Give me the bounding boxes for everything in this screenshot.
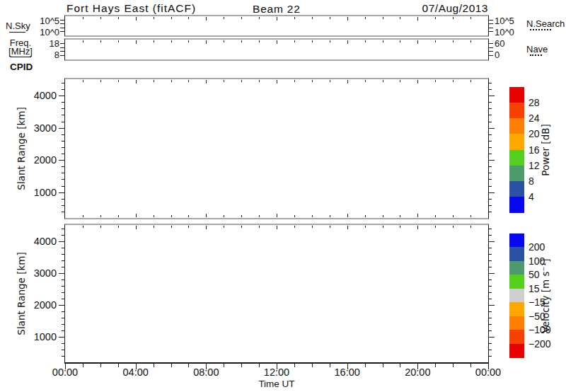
nsky-solid-line-key-icon	[9, 32, 25, 33]
x-minor-tick	[417, 17, 418, 21]
x-minor-tick	[188, 40, 189, 42]
strip-tick	[489, 31, 493, 32]
x-minor-tick	[470, 80, 471, 82]
y-tick	[62, 318, 64, 318]
y-tick	[62, 205, 64, 206]
colorbar-tick-label: 24	[529, 113, 561, 123]
x-minor-tick	[417, 40, 418, 44]
y-tick	[62, 254, 64, 255]
colorbar-tick-label: 20	[529, 129, 561, 139]
y-tick	[489, 267, 492, 267]
y-tick	[59, 305, 64, 306]
x-minor-tick	[435, 226, 436, 228]
x-minor-tick	[312, 17, 313, 19]
x-minor-tick	[365, 40, 366, 42]
y-tick	[62, 89, 64, 90]
x-minor-tick	[470, 226, 471, 228]
y-tick	[489, 350, 492, 350]
freq-right-bottom-tick-label: 0	[495, 50, 499, 59]
x-tick-label: 00:00	[44, 367, 86, 377]
x-minor-tick	[206, 80, 207, 83]
x-minor-tick	[206, 17, 207, 21]
velocity-panel-ylabel: Slant Range [km]	[16, 252, 27, 335]
y-tick	[62, 279, 64, 280]
y-tick-label: 2000	[24, 155, 57, 165]
x-minor-tick	[241, 226, 242, 228]
strip-tick	[489, 20, 493, 21]
plot-title-station: Fort Hays East (fitACF)	[67, 2, 196, 15]
y-tick-label: 3000	[24, 123, 57, 133]
x-minor-tick	[171, 40, 172, 42]
nsearch-label: N.Search	[526, 19, 565, 28]
x-minor-tick	[383, 80, 383, 82]
x-minor-tick	[453, 17, 454, 19]
x-minor-tick	[277, 40, 277, 44]
colorbar-segment	[509, 275, 524, 289]
y-tick	[489, 186, 492, 187]
noise-left-bottom-tick-label: 10^0	[28, 28, 59, 37]
x-minor-tick	[83, 215, 83, 217]
x-axis-tick	[383, 364, 383, 367]
nsky-label: N.Sky	[6, 21, 30, 30]
x-minor-tick	[83, 40, 83, 42]
y-tick	[489, 279, 492, 280]
y-tick	[62, 292, 64, 293]
x-minor-tick	[470, 17, 471, 19]
colorbar-segment	[509, 134, 524, 150]
x-minor-tick	[470, 40, 471, 42]
colorbar-tick-label: 100	[529, 256, 561, 266]
y-tick	[62, 102, 64, 103]
y-tick	[489, 235, 492, 236]
x-minor-tick	[100, 226, 101, 228]
y-tick	[489, 311, 492, 312]
colorbar-tick-label: −200	[529, 339, 561, 349]
x-minor-tick	[171, 17, 172, 19]
y-tick	[489, 108, 492, 109]
colorbar-segment	[509, 344, 524, 358]
x-minor-tick	[417, 80, 418, 83]
nsearch-dotted-line-key-icon	[530, 29, 551, 30]
x-minor-tick	[259, 40, 260, 42]
y-tick	[62, 147, 64, 148]
x-minor-tick	[83, 226, 83, 228]
x-minor-tick	[347, 17, 348, 21]
y-tick	[489, 179, 492, 180]
x-minor-tick	[154, 40, 154, 42]
x-minor-tick	[453, 226, 454, 228]
y-tick	[59, 241, 64, 242]
y-tick	[62, 115, 64, 115]
x-axis-tick	[241, 364, 242, 367]
x-minor-tick	[241, 40, 242, 42]
y-tick	[489, 273, 495, 274]
x-tick-label: 12:00	[255, 367, 298, 377]
y-tick	[489, 248, 492, 248]
y-tick	[62, 260, 64, 261]
y-tick-label: 1000	[24, 188, 57, 197]
x-minor-tick	[241, 17, 242, 19]
x-minor-tick	[330, 17, 330, 19]
x-minor-tick	[241, 215, 242, 217]
freq-left-top-tick-label: 18	[28, 39, 59, 48]
y-tick	[62, 324, 64, 325]
y-tick	[62, 199, 64, 200]
x-minor-tick	[435, 17, 436, 19]
y-tick	[489, 192, 495, 193]
x-tick-label: 16:00	[326, 367, 369, 377]
velocity-rti-panel	[64, 224, 489, 364]
y-tick	[489, 254, 492, 255]
x-minor-tick	[224, 40, 224, 42]
x-minor-tick	[206, 226, 207, 229]
plot-title-beam: Beam 22	[253, 3, 301, 16]
y-tick	[489, 337, 495, 338]
x-minor-tick	[347, 226, 348, 229]
x-minor-tick	[400, 40, 400, 42]
strip-tick	[60, 43, 64, 44]
x-minor-tick	[294, 226, 295, 228]
x-minor-tick	[224, 226, 224, 228]
strip-tick	[60, 20, 64, 21]
x-minor-tick	[154, 215, 154, 217]
colorbar-segment	[509, 261, 524, 275]
x-minor-tick	[365, 226, 366, 228]
x-minor-tick	[294, 40, 295, 42]
colorbar-segment	[509, 87, 524, 103]
